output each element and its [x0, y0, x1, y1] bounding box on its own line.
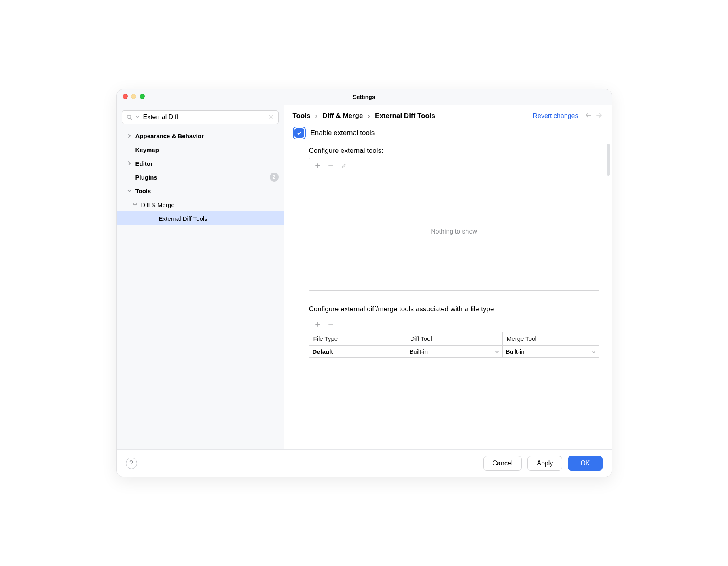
plugins-badge: 2 — [270, 173, 279, 182]
sidebar-item-plugins[interactable]: Plugins 2 — [117, 170, 284, 184]
col-merge-tool: Merge Tool — [502, 332, 599, 345]
chevron-down-icon — [592, 348, 596, 355]
sidebar-item-label: Tools — [135, 188, 151, 194]
search-icon — [126, 114, 133, 120]
settings-window: Settings Appearance & Behavior — [116, 89, 612, 477]
minimize-window-button[interactable] — [131, 94, 136, 99]
scrollbar[interactable] — [607, 144, 610, 176]
sidebar-item-label: Appearance & Behavior — [135, 133, 204, 139]
forward-button — [595, 112, 603, 120]
chevron-right-icon: › — [368, 112, 370, 120]
help-button[interactable]: ? — [126, 458, 137, 469]
external-tools-list: Nothing to show — [309, 158, 599, 291]
add-assoc-button[interactable] — [313, 319, 323, 329]
cell-file-type: Default — [309, 346, 406, 357]
breadcrumb: Tools › Diff & Merge › External Diff Too… — [293, 112, 435, 120]
close-icon — [269, 114, 273, 119]
chevron-right-icon — [127, 134, 132, 138]
remove-tool-button — [326, 161, 336, 171]
assoc-table-header: File Type Diff Tool Merge Tool — [309, 332, 599, 346]
file-type-assoc-table: File Type Diff Tool Merge Tool Default B… — [309, 317, 599, 435]
settings-panel: Enable external tools Configure external… — [284, 124, 612, 449]
edit-tool-button — [339, 161, 349, 171]
sidebar-item-editor[interactable]: Editor — [117, 156, 284, 170]
assoc-toolbar — [309, 317, 599, 332]
sidebar-item-diff-merge[interactable]: Diff & Merge — [117, 198, 284, 211]
settings-body: Appearance & Behavior Keymap Editor Plug… — [117, 105, 612, 449]
configure-tools-label: Configure external tools: — [309, 147, 599, 155]
crumb-external-diff-tools: External Diff Tools — [375, 112, 435, 120]
crumb-diff-merge[interactable]: Diff & Merge — [322, 112, 363, 120]
sidebar-item-keymap[interactable]: Keymap — [117, 143, 284, 156]
cell-diff-tool[interactable]: Built-in — [406, 346, 502, 357]
ok-button[interactable]: OK — [568, 456, 602, 471]
col-diff-tool: Diff Tool — [406, 332, 502, 345]
nav-arrows — [585, 112, 603, 120]
sidebar-item-label: Keymap — [135, 146, 159, 153]
sidebar-item-label: Plugins — [135, 174, 157, 181]
sidebar-item-label: Diff & Merge — [141, 201, 175, 208]
settings-tree: Appearance & Behavior Keymap Editor Plug… — [117, 127, 284, 225]
checkbox-focus-ring — [293, 127, 306, 139]
cell-merge-tool[interactable]: Built-in — [502, 346, 599, 357]
configure-assoc-label: Configure external diff/merge tools asso… — [309, 305, 599, 313]
sidebar-item-appearance-behavior[interactable]: Appearance & Behavior — [117, 129, 284, 143]
chevron-right-icon — [127, 161, 132, 165]
chevron-right-icon: › — [315, 112, 318, 120]
chevron-down-icon — [132, 203, 138, 207]
sidebar-item-tools[interactable]: Tools — [117, 184, 284, 198]
minus-icon — [328, 321, 334, 327]
col-file-type: File Type — [309, 332, 406, 345]
window-title: Settings — [353, 94, 375, 100]
apply-button[interactable]: Apply — [527, 456, 562, 471]
external-tools-toolbar — [309, 158, 599, 173]
sidebar-item-external-diff-tools[interactable]: External Diff Tools — [117, 211, 284, 225]
zoom-window-button[interactable] — [140, 94, 145, 99]
chevron-down-icon — [127, 189, 132, 193]
cancel-button[interactable]: Cancel — [483, 456, 522, 471]
search-input[interactable] — [142, 113, 265, 121]
revert-changes-link[interactable]: Revert changes — [533, 112, 578, 120]
question-icon: ? — [129, 460, 133, 467]
close-window-button[interactable] — [123, 94, 128, 99]
content-area: Tools › Diff & Merge › External Diff Too… — [284, 105, 612, 449]
enable-external-tools-checkbox[interactable] — [294, 128, 304, 138]
table-row[interactable]: Default Built-in Built-in — [309, 346, 599, 358]
clear-search-button[interactable] — [268, 114, 274, 120]
external-tools-empty: Nothing to show — [309, 173, 599, 290]
sidebar-item-label: Editor — [135, 160, 153, 167]
enable-external-tools-row: Enable external tools — [293, 127, 599, 139]
svg-line-1 — [130, 118, 131, 120]
plus-icon — [315, 321, 321, 327]
content-header: Tools › Diff & Merge › External Diff Too… — [284, 105, 612, 124]
plus-icon — [315, 163, 321, 169]
dropdown-caret-icon — [136, 116, 139, 119]
window-controls — [123, 94, 145, 99]
search-field[interactable] — [122, 110, 279, 124]
add-tool-button[interactable] — [313, 161, 323, 171]
enable-external-tools-label: Enable external tools — [311, 129, 375, 137]
remove-assoc-button — [326, 319, 336, 329]
back-button[interactable] — [585, 112, 592, 120]
sidebar: Appearance & Behavior Keymap Editor Plug… — [117, 105, 284, 449]
dialog-footer: ? Cancel Apply OK — [117, 449, 612, 477]
diff-tool-value: Built-in — [409, 348, 428, 355]
assoc-table-body-empty — [309, 358, 599, 435]
sidebar-item-label: External Diff Tools — [159, 215, 207, 222]
minus-icon — [328, 163, 334, 169]
pencil-icon — [341, 163, 347, 169]
crumb-tools[interactable]: Tools — [293, 112, 311, 120]
chevron-down-icon — [495, 348, 499, 355]
check-icon — [296, 130, 302, 136]
titlebar: Settings — [117, 89, 612, 105]
merge-tool-value: Built-in — [506, 348, 525, 355]
